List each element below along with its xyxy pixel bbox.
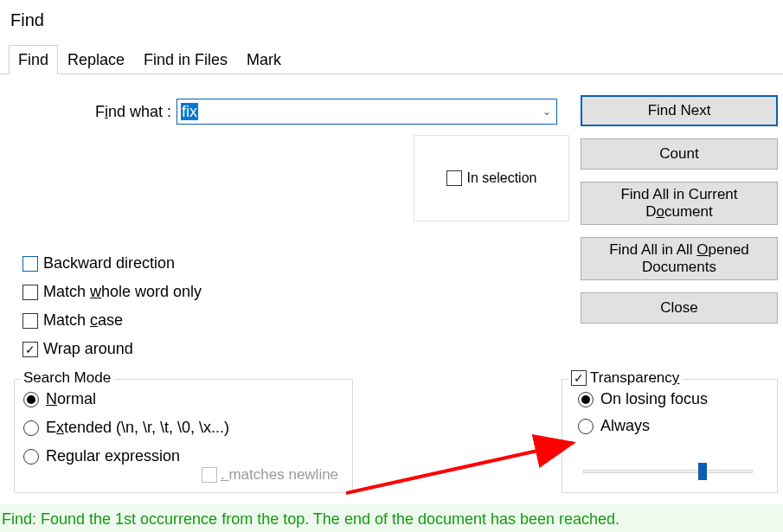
search-mode-extended-label: Extended (\n, \r, \t, \0, \x...) bbox=[46, 419, 229, 437]
transparency-on-losing-focus-radio[interactable] bbox=[578, 392, 594, 407]
transparency-on-losing-focus-label: On losing focus bbox=[600, 390, 708, 408]
in-selection-label: In selection bbox=[467, 170, 537, 186]
annotation-arrow bbox=[346, 433, 597, 502]
find-all-opened-docs-button[interactable]: Find All in All OpenedDocuments bbox=[581, 237, 778, 280]
search-mode-regex-radio[interactable] bbox=[23, 449, 39, 465]
in-selection-group: In selection bbox=[414, 135, 569, 221]
matches-newline-label: . matches newline bbox=[221, 466, 338, 484]
search-mode-regex-label: Regular expression bbox=[46, 447, 180, 465]
transparency-label: Transparency bbox=[590, 369, 679, 387]
search-mode-normal-label: Normal bbox=[46, 390, 96, 408]
transparency-slider-thumb[interactable] bbox=[698, 463, 707, 480]
tab-find-in-files[interactable]: Find in Files bbox=[134, 45, 237, 74]
status-bar: Find: Found the 1st occurrence from the … bbox=[0, 504, 783, 532]
find-what-label: Find what : bbox=[95, 103, 171, 121]
tab-strip: Find Replace Find in Files Mark bbox=[0, 44, 783, 74]
find-history-dropdown[interactable]: ⌄ bbox=[536, 106, 556, 118]
transparency-slider[interactable] bbox=[583, 463, 753, 480]
match-case-label: Match case bbox=[43, 311, 123, 330]
close-button[interactable]: Close bbox=[581, 292, 778, 324]
transparency-always-label: Always bbox=[600, 417, 650, 435]
tab-replace[interactable]: Replace bbox=[58, 45, 134, 74]
wrap-around-label: Wrap around bbox=[43, 340, 133, 358]
matches-newline-checkbox bbox=[202, 467, 217, 483]
tab-mark[interactable]: Mark bbox=[237, 45, 291, 74]
tab-find[interactable]: Find bbox=[9, 45, 58, 74]
search-mode-extended-radio[interactable] bbox=[23, 420, 39, 436]
find-next-button[interactable]: Find Next bbox=[581, 95, 778, 126]
match-whole-word-checkbox[interactable] bbox=[22, 285, 38, 300]
backward-direction-label: Backward direction bbox=[43, 254, 175, 272]
match-case-checkbox[interactable] bbox=[22, 313, 38, 329]
count-button[interactable]: Count bbox=[581, 138, 778, 170]
in-selection-checkbox[interactable] bbox=[446, 170, 462, 186]
transparency-always-radio[interactable] bbox=[578, 419, 594, 434]
search-mode-legend: Search Mode bbox=[20, 369, 114, 387]
match-whole-word-label: Match whole word only bbox=[43, 283, 202, 301]
backward-direction-checkbox[interactable] bbox=[22, 256, 38, 272]
find-panel: Find what : fix ⌄ In selection Find Next… bbox=[0, 74, 783, 507]
wrap-around-checkbox[interactable] bbox=[22, 342, 38, 357]
search-mode-normal-radio[interactable] bbox=[23, 392, 39, 407]
transparency-checkbox[interactable] bbox=[571, 370, 587, 386]
find-what-input[interactable]: fix bbox=[177, 101, 536, 123]
transparency-group: Transparency On losing focus Always bbox=[562, 379, 778, 493]
find-all-current-doc-button[interactable]: Find All in CurrentDocument bbox=[581, 182, 778, 225]
search-mode-group: Search Mode Normal Extended (\n, \r, \t,… bbox=[14, 379, 353, 493]
window-title: Find bbox=[0, 0, 783, 35]
svg-line-1 bbox=[346, 443, 573, 493]
